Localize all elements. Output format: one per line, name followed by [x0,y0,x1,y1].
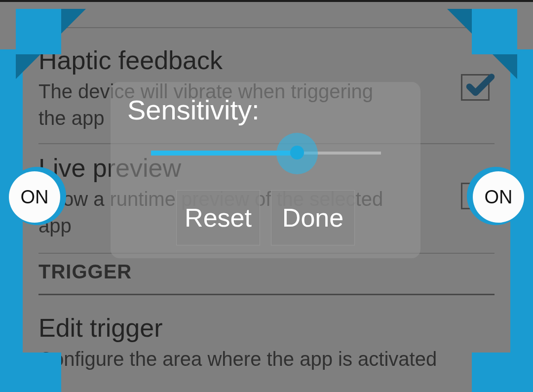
corner-trigger-bottom-left[interactable] [0,328,64,392]
toggle-label: ON [473,171,524,223]
toggle-label: ON [9,171,60,223]
slider-fill [151,151,297,156]
reset-button[interactable]: Reset [176,190,260,245]
slider-thumb[interactable] [290,146,304,159]
left-trigger-toggle[interactable]: ON [8,167,66,225]
sensitivity-slider[interactable] [127,132,404,171]
right-trigger-toggle[interactable]: ON [467,167,525,225]
corner-trigger-top-left[interactable] [0,0,64,64]
corner-trigger-bottom-right[interactable] [469,328,533,392]
done-button[interactable]: Done [271,190,355,245]
sensitivity-dialog: Sensitivity: Reset Done [111,82,420,258]
dialog-button-row: Reset Done [127,190,404,245]
dialog-title: Sensitivity: [127,94,404,126]
corner-trigger-top-right[interactable] [469,0,533,64]
